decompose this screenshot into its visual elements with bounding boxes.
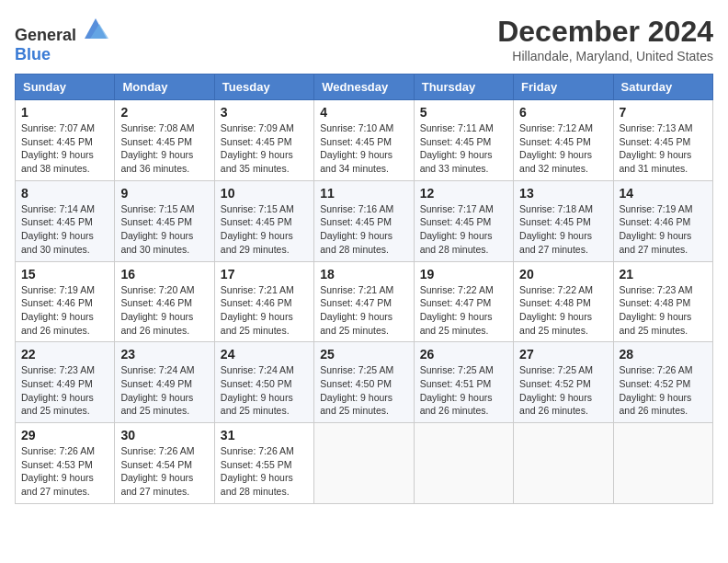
calendar-cell: 16Sunrise: 7:20 AMSunset: 4:46 PMDayligh… [115, 261, 214, 342]
day-info: Sunrise: 7:17 AMSunset: 4:45 PMDaylight:… [420, 202, 507, 257]
day-number: 27 [519, 347, 607, 362]
day-info: Sunrise: 7:26 AMSunset: 4:54 PMDaylight:… [120, 444, 208, 499]
week-row-3: 15Sunrise: 7:19 AMSunset: 4:46 PMDayligh… [16, 261, 713, 342]
calendar-cell: 4Sunrise: 7:10 AMSunset: 4:45 PMDaylight… [314, 100, 414, 181]
calendar-cell: 5Sunrise: 7:11 AMSunset: 4:45 PMDaylight… [414, 100, 513, 181]
day-info: Sunrise: 7:21 AMSunset: 4:46 PMDaylight:… [221, 283, 308, 338]
day-info: Sunrise: 7:26 AMSunset: 4:55 PMDaylight:… [221, 444, 308, 499]
calendar-cell: 8Sunrise: 7:14 AMSunset: 4:45 PMDaylight… [16, 180, 115, 261]
header-friday: Friday [514, 75, 613, 100]
calendar-cell: 31Sunrise: 7:26 AMSunset: 4:55 PMDayligh… [214, 423, 313, 504]
title-block: December 2024 Hillandale, Maryland, Unit… [497, 15, 713, 63]
day-info: Sunrise: 7:26 AMSunset: 4:53 PMDaylight:… [21, 444, 108, 499]
header-wednesday: Wednesday [314, 75, 414, 100]
calendar-cell: 12Sunrise: 7:17 AMSunset: 4:45 PMDayligh… [414, 180, 513, 261]
day-info: Sunrise: 7:21 AMSunset: 4:47 PMDaylight:… [320, 283, 407, 338]
day-info: Sunrise: 7:09 AMSunset: 4:45 PMDaylight:… [221, 121, 308, 176]
day-number: 12 [420, 186, 507, 201]
logo-text: General Blue [15, 15, 108, 64]
day-info: Sunrise: 7:11 AMSunset: 4:45 PMDaylight:… [420, 121, 507, 176]
header-tuesday: Tuesday [214, 75, 313, 100]
day-number: 15 [21, 267, 108, 282]
day-info: Sunrise: 7:24 AMSunset: 4:50 PMDaylight:… [221, 363, 308, 418]
day-number: 7 [620, 105, 707, 120]
day-number: 3 [221, 105, 308, 120]
calendar-cell: 30Sunrise: 7:26 AMSunset: 4:54 PMDayligh… [115, 423, 214, 504]
day-info: Sunrise: 7:16 AMSunset: 4:45 PMDaylight:… [320, 202, 407, 257]
calendar-cell: 28Sunrise: 7:26 AMSunset: 4:52 PMDayligh… [613, 342, 712, 423]
day-info: Sunrise: 7:18 AMSunset: 4:45 PMDaylight:… [519, 202, 607, 257]
calendar-cell [514, 423, 613, 504]
day-number: 8 [21, 186, 108, 201]
day-info: Sunrise: 7:14 AMSunset: 4:45 PMDaylight:… [21, 202, 108, 257]
day-info: Sunrise: 7:19 AMSunset: 4:46 PMDaylight:… [21, 283, 108, 338]
logo: General Blue [15, 15, 108, 64]
calendar-cell: 20Sunrise: 7:22 AMSunset: 4:48 PMDayligh… [514, 261, 613, 342]
day-info: Sunrise: 7:13 AMSunset: 4:45 PMDaylight:… [620, 121, 707, 176]
day-info: Sunrise: 7:08 AMSunset: 4:45 PMDaylight:… [120, 121, 208, 176]
day-number: 25 [320, 347, 407, 362]
day-number: 20 [519, 267, 607, 282]
calendar-cell: 14Sunrise: 7:19 AMSunset: 4:46 PMDayligh… [613, 180, 712, 261]
day-number: 11 [320, 186, 407, 201]
logo-icon [83, 15, 108, 40]
calendar-cell: 3Sunrise: 7:09 AMSunset: 4:45 PMDaylight… [214, 100, 313, 181]
calendar-cell: 26Sunrise: 7:25 AMSunset: 4:51 PMDayligh… [414, 342, 513, 423]
day-number: 5 [420, 105, 507, 120]
day-info: Sunrise: 7:25 AMSunset: 4:50 PMDaylight:… [320, 363, 407, 418]
day-info: Sunrise: 7:15 AMSunset: 4:45 PMDaylight:… [120, 202, 208, 257]
logo-blue: Blue [15, 45, 51, 63]
calendar-cell [314, 423, 414, 504]
day-info: Sunrise: 7:10 AMSunset: 4:45 PMDaylight:… [320, 121, 407, 176]
calendar-cell: 9Sunrise: 7:15 AMSunset: 4:45 PMDaylight… [115, 180, 214, 261]
day-number: 30 [120, 428, 208, 442]
header-monday: Monday [115, 75, 214, 100]
day-number: 29 [21, 428, 108, 442]
day-info: Sunrise: 7:15 AMSunset: 4:45 PMDaylight:… [221, 202, 308, 257]
header-sunday: Sunday [16, 75, 115, 100]
day-number: 31 [221, 428, 308, 442]
day-number: 19 [420, 267, 507, 282]
calendar-cell: 6Sunrise: 7:12 AMSunset: 4:45 PMDaylight… [514, 100, 613, 181]
month-title: December 2024 [497, 15, 713, 49]
calendar-cell: 15Sunrise: 7:19 AMSunset: 4:46 PMDayligh… [16, 261, 115, 342]
calendar-cell: 7Sunrise: 7:13 AMSunset: 4:45 PMDaylight… [613, 100, 712, 181]
calendar-cell: 21Sunrise: 7:23 AMSunset: 4:48 PMDayligh… [613, 261, 712, 342]
week-row-5: 29Sunrise: 7:26 AMSunset: 4:53 PMDayligh… [16, 423, 713, 504]
calendar-cell: 27Sunrise: 7:25 AMSunset: 4:52 PMDayligh… [514, 342, 613, 423]
day-info: Sunrise: 7:07 AMSunset: 4:45 PMDaylight:… [21, 121, 108, 176]
calendar-cell [613, 423, 712, 504]
location: Hillandale, Maryland, United States [497, 49, 713, 63]
header-saturday: Saturday [613, 75, 712, 100]
day-info: Sunrise: 7:22 AMSunset: 4:47 PMDaylight:… [420, 283, 507, 338]
calendar-cell: 13Sunrise: 7:18 AMSunset: 4:45 PMDayligh… [514, 180, 613, 261]
week-row-2: 8Sunrise: 7:14 AMSunset: 4:45 PMDaylight… [16, 180, 713, 261]
day-number: 28 [620, 347, 707, 362]
calendar-cell: 10Sunrise: 7:15 AMSunset: 4:45 PMDayligh… [214, 180, 313, 261]
calendar-cell: 18Sunrise: 7:21 AMSunset: 4:47 PMDayligh… [314, 261, 414, 342]
day-number: 23 [120, 347, 208, 362]
day-number: 13 [519, 186, 607, 201]
calendar-cell: 11Sunrise: 7:16 AMSunset: 4:45 PMDayligh… [314, 180, 414, 261]
day-number: 9 [120, 186, 208, 201]
calendar-cell [414, 423, 513, 504]
day-info: Sunrise: 7:26 AMSunset: 4:52 PMDaylight:… [620, 363, 707, 418]
day-info: Sunrise: 7:22 AMSunset: 4:48 PMDaylight:… [519, 283, 607, 338]
header-row: SundayMondayTuesdayWednesdayThursdayFrid… [16, 75, 713, 100]
calendar-cell: 19Sunrise: 7:22 AMSunset: 4:47 PMDayligh… [414, 261, 513, 342]
calendar-cell: 25Sunrise: 7:25 AMSunset: 4:50 PMDayligh… [314, 342, 414, 423]
day-info: Sunrise: 7:19 AMSunset: 4:46 PMDaylight:… [620, 202, 707, 257]
day-info: Sunrise: 7:23 AMSunset: 4:48 PMDaylight:… [620, 283, 707, 338]
day-number: 16 [120, 267, 208, 282]
day-info: Sunrise: 7:20 AMSunset: 4:46 PMDaylight:… [120, 283, 208, 338]
day-number: 6 [519, 105, 607, 120]
calendar-cell: 17Sunrise: 7:21 AMSunset: 4:46 PMDayligh… [214, 261, 313, 342]
day-number: 26 [420, 347, 507, 362]
day-number: 17 [221, 267, 308, 282]
week-row-4: 22Sunrise: 7:23 AMSunset: 4:49 PMDayligh… [16, 342, 713, 423]
calendar-cell: 2Sunrise: 7:08 AMSunset: 4:45 PMDaylight… [115, 100, 214, 181]
logo-general: General [15, 26, 76, 44]
day-number: 24 [221, 347, 308, 362]
calendar-cell: 1Sunrise: 7:07 AMSunset: 4:45 PMDaylight… [16, 100, 115, 181]
calendar-table: SundayMondayTuesdayWednesdayThursdayFrid… [15, 74, 713, 504]
